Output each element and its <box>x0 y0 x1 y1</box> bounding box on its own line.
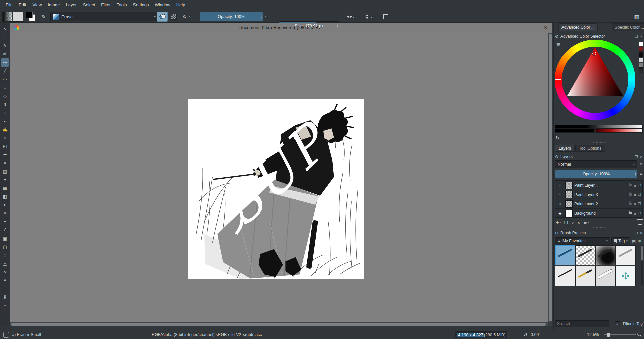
tool-similar-select[interactable]: ≈ <box>1 284 9 293</box>
float-docker-icon[interactable]: ❐ <box>635 231 638 235</box>
opacity-spinner[interactable]: ▴ ▾ <box>260 12 262 21</box>
menu-item[interactable]: View <box>29 0 45 10</box>
lock-icon[interactable] <box>629 193 632 196</box>
spin-down-icon[interactable]: ▾ <box>260 17 262 19</box>
close-docker-icon[interactable]: ✕ <box>640 231 643 235</box>
move-layer-down-button[interactable]: ∨ <box>571 220 574 225</box>
chevron-down-icon[interactable]: ▾ <box>353 16 354 19</box>
tool-magnetic-select[interactable]: ⌁ <box>1 301 9 310</box>
tool-reference-images[interactable]: ▣ <box>1 234 9 243</box>
layer-row[interactable]: Paint Layer 3 α ❐ <box>555 190 642 199</box>
zoom-slider-track[interactable] <box>604 334 636 335</box>
brush-preset[interactable] <box>575 266 595 286</box>
horizontal-scrollbar[interactable] <box>10 322 548 326</box>
tool-freehand-path[interactable]: ∽ <box>1 117 9 125</box>
opacity-slider[interactable]: Opacity: 100% ▴ ▾ <box>200 12 263 21</box>
tag-filter-dropdown[interactable]: ★ My Favorites ▾ <box>555 237 610 245</box>
layer-row[interactable]: Paint Layer... α ❐ <box>555 181 642 190</box>
color-history-swatch[interactable] <box>639 52 643 57</box>
delete-layer-button[interactable] <box>638 221 642 225</box>
tool-contiguous-select[interactable]: ✶ <box>1 276 9 284</box>
refresh-icon[interactable]: ↻ <box>556 135 559 140</box>
lock-icon[interactable] <box>629 212 632 214</box>
foreground-color-swatch[interactable] <box>26 12 33 18</box>
canvas-mode-icon[interactable] <box>3 330 9 339</box>
layer-style-icon[interactable]: ❐ <box>638 211 641 215</box>
tool-freehand-select[interactable]: ∾ <box>1 268 9 276</box>
document-close-button[interactable]: ✕ <box>544 23 548 33</box>
visibility-toggle[interactable] <box>557 202 564 206</box>
brush-preset-dropdown[interactable]: Erase ▾ <box>50 12 158 21</box>
color-history-swatch[interactable] <box>639 58 643 62</box>
tool-select-shapes[interactable]: ↖ <box>1 25 9 33</box>
chevron-down-icon[interactable]: ▾ <box>371 16 372 19</box>
layer-row[interactable]: Paint Layer 2 α ❐ <box>555 199 642 209</box>
layer-name[interactable]: Paint Layer 2 <box>574 202 627 206</box>
color-wheel[interactable] <box>555 40 635 120</box>
docker-tab[interactable]: Tool Options <box>575 145 605 152</box>
view-mode-icon[interactable]: ▤ <box>632 239 636 243</box>
menu-item[interactable]: Help <box>173 0 189 10</box>
visibility-toggle[interactable] <box>557 211 564 215</box>
size-slider[interactable]: Size: 179.91 px ▴ ▾ <box>278 21 339 31</box>
lock-icon[interactable] <box>629 203 632 205</box>
layer-style-icon[interactable]: ❐ <box>638 202 641 206</box>
brush-preset[interactable] <box>595 266 615 286</box>
tool-assistants[interactable]: ⌖ <box>1 217 9 226</box>
zoom-slider[interactable] <box>604 330 636 339</box>
brush-preset[interactable] <box>555 245 575 265</box>
layers-menu-icon[interactable]: ≣ <box>639 172 643 176</box>
tool-smart-patch[interactable]: ❖ <box>1 209 9 217</box>
menu-item[interactable]: Edit <box>16 0 29 10</box>
tool-multibrush[interactable]: ✳ <box>1 134 9 142</box>
menu-item[interactable]: Window <box>152 0 173 10</box>
size-spinner[interactable]: ▴ ▾ <box>336 22 339 30</box>
tag-button[interactable]: Tag ▾ <box>611 237 630 245</box>
rotation-value[interactable]: 0.00° <box>531 330 540 339</box>
value-gradient-strip[interactable] <box>555 125 643 129</box>
zoom-value[interactable]: 12.5% <box>587 330 599 339</box>
preserve-alpha-button[interactable] <box>168 12 179 22</box>
canvas-artwork[interactable]: SUP <box>188 99 364 279</box>
color-history-swatch[interactable] <box>639 63 643 68</box>
menu-item[interactable]: Select <box>80 0 98 10</box>
menu-item[interactable]: Settings <box>130 0 152 10</box>
vertical-scrollbar-thumb[interactable] <box>549 34 552 321</box>
docker-tab[interactable]: Layers <box>555 145 575 152</box>
layer-name[interactable]: Background <box>574 211 627 216</box>
float-docker-icon[interactable]: ❐ <box>635 35 638 38</box>
layer-properties-button[interactable]: ≣ ▾ <box>583 220 589 225</box>
tool-crop[interactable]: ⌗ <box>1 159 9 167</box>
alpha-icon[interactable]: α <box>634 183 636 187</box>
trim-to-image-button[interactable] <box>382 13 388 19</box>
horizontal-scrollbar-thumb[interactable] <box>11 323 546 326</box>
tool-dynamic-brush[interactable]: ✍ <box>1 125 9 134</box>
eraser-mode-button[interactable] <box>157 12 168 22</box>
tool-line[interactable]: ╱ <box>1 67 9 75</box>
workspace-chooser-button[interactable]: ▥ <box>632 12 641 21</box>
layer-style-icon[interactable]: ❐ <box>638 183 641 187</box>
tool-gradient[interactable]: ▧ <box>1 167 9 176</box>
alpha-icon[interactable]: α <box>634 202 636 206</box>
tool-freehand-brush[interactable]: ✏ <box>1 58 9 67</box>
vertical-scrollbar[interactable] <box>548 33 552 322</box>
reload-preset-button[interactable]: ↻ <box>180 12 189 22</box>
tool-fill[interactable]: ◧ <box>1 192 9 201</box>
canvas-viewport[interactable]: SUP <box>10 33 552 326</box>
image-dimensions-field[interactable]: 4,190 x 4,327 (280.5 MiB) <box>455 331 507 338</box>
color-marker[interactable] <box>592 52 596 55</box>
alpha-icon[interactable]: α <box>634 211 636 215</box>
menu-item[interactable]: Tools <box>114 0 130 10</box>
pattern-swatch[interactable] <box>13 12 23 22</box>
mirror-vertical-button[interactable]: ◄► ▾ <box>364 13 372 19</box>
gradient-swatch[interactable] <box>2 12 12 22</box>
foreground-background-colors[interactable] <box>25 11 36 21</box>
move-layer-up-button[interactable]: ∧ <box>577 220 581 225</box>
mirror-horizontal-button[interactable]: ◄► ▾ <box>346 13 354 19</box>
tool-polygon[interactable]: ◇ <box>1 92 9 100</box>
menu-item[interactable]: Image <box>45 0 63 10</box>
spin-down-icon[interactable]: ▾ <box>635 174 636 176</box>
preset-scrollbar[interactable] <box>641 245 643 285</box>
brush-preset[interactable] <box>595 245 615 265</box>
tool-pattern-edit[interactable]: ▩ <box>1 184 9 192</box>
